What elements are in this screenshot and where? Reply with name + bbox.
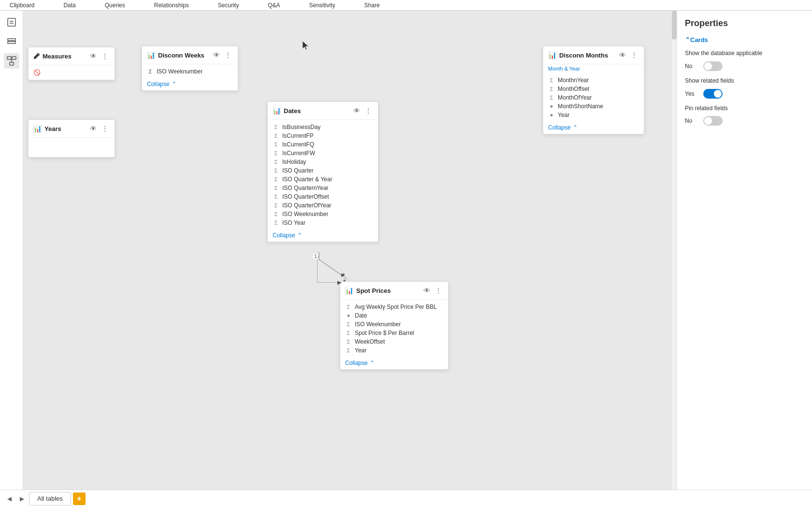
dates-field-label-2: IsCurrentFQ	[282, 141, 314, 148]
sidebar-icon-model[interactable]	[4, 53, 19, 69]
toolbar-security[interactable]: Security	[218, 2, 239, 9]
spot-prices-title: Spot Prices	[356, 287, 391, 294]
table-disconn-weeks: 📊 Disconn Weeks 👁 ⋮ Σ ISO Weeknumber Col…	[142, 46, 238, 91]
measures-visibility-btn[interactable]: 👁	[88, 51, 98, 61]
dates-field-6: Σ ISO Quarter & Year	[273, 175, 373, 184]
dates-more-btn[interactable]: ⋮	[363, 106, 373, 116]
disconn-weeks-field-isoweek: Σ ISO Weeknumber	[147, 67, 233, 76]
dates-field-icon-9: Σ	[273, 202, 279, 209]
months-field-icon-1: Σ	[548, 86, 555, 92]
show-related-toggle-track[interactable]	[703, 89, 723, 99]
years-visibility-btn[interactable]: 👁	[88, 124, 98, 133]
canvas-scrollbar-thumb[interactable]	[672, 11, 677, 40]
table-measures: 🖉 Measures 👁 ⋮ 🚫	[28, 47, 115, 80]
isoweek-icon: Σ	[147, 68, 154, 75]
disconn-months-collapse-btn[interactable]: Collapse ⌃	[543, 122, 644, 134]
toolbar-share[interactable]: Share	[364, 2, 380, 9]
dates-field-icon-3: Σ	[273, 150, 279, 157]
relation-arrow: ▶	[337, 279, 341, 286]
toolbar-sensitivity[interactable]: Sensitivity	[309, 2, 335, 9]
months-field-2: Σ MonthOfYear	[548, 93, 639, 102]
toolbar-data[interactable]: Data	[63, 2, 75, 9]
disconn-months-more-btn[interactable]: ⋮	[629, 50, 639, 60]
months-field-icon-3: ■	[548, 103, 555, 110]
dates-field-icon-5: Σ	[273, 167, 279, 174]
dates-field-label-1: IsCurrentFP	[282, 132, 314, 139]
spot-prices-visibility-btn[interactable]: 👁	[422, 286, 432, 295]
tab-next-btn[interactable]: ▶	[16, 493, 27, 504]
dates-field-icon-4: Σ	[273, 159, 279, 165]
show-related-toggle: Yes	[685, 89, 804, 99]
spot-field-0: Σ Avg Weekly Spot Price Per BBL	[345, 303, 443, 311]
disconn-months-title: Disconn Months	[559, 52, 608, 59]
show-database-toggle-label: No	[685, 63, 699, 70]
relation-label-1: 1	[313, 253, 318, 259]
dates-visibility-btn[interactable]: 👁	[352, 106, 362, 116]
svg-rect-4	[8, 42, 15, 43]
dates-field-label-11: ISO Year	[282, 219, 305, 226]
dates-field-icon-0: Σ	[273, 124, 279, 130]
disconn-weeks-visibility-btn[interactable]: 👁	[212, 50, 221, 60]
toolbar-qa[interactable]: Q&A	[268, 2, 280, 9]
disconn-weeks-table-icon: 📊	[147, 51, 155, 59]
toolbar: Clipboard Data Queries Relationships Sec…	[0, 0, 812, 11]
properties-panel: Properties ⌃ Cards Show the database app…	[677, 11, 812, 490]
spot-field-icon-1: ■	[345, 312, 352, 319]
cards-section-header[interactable]: ⌃ Cards	[685, 36, 804, 43]
sidebar-icon-data[interactable]	[4, 34, 19, 49]
pin-related-toggle-thumb	[704, 117, 712, 125]
tab-add-btn[interactable]: +	[73, 493, 86, 505]
svg-rect-0	[8, 18, 15, 26]
spot-prices-more-btn[interactable]: ⋮	[434, 286, 443, 295]
tab-all-tables[interactable]: All tables	[29, 492, 71, 506]
disconn-weeks-chevron-up-icon: ⌃	[172, 81, 176, 87]
pin-related-toggle-track[interactable]	[703, 116, 723, 126]
svg-rect-5	[7, 57, 11, 59]
table-dates: 📊 Dates 👁 ⋮ Σ IsBusinessDay Σ IsCurrentF…	[267, 101, 378, 242]
months-field-label-0: MonthnYear	[558, 77, 589, 84]
canvas-scrollbar[interactable]	[672, 11, 677, 490]
spot-field-icon-2: Σ	[345, 321, 352, 328]
dates-field-label-7: ISO QuarternYear	[282, 185, 329, 191]
dates-field-icon-6: Σ	[273, 176, 279, 183]
spot-prices-collapse-btn[interactable]: Collapse ⌃	[340, 358, 448, 369]
spot-field-icon-5: Σ	[345, 347, 352, 354]
dates-field-label-10: ISO Weeknumber	[282, 211, 328, 217]
show-database-toggle-thumb	[704, 62, 712, 70]
disconn-weeks-collapse-btn[interactable]: Collapse ⌃	[142, 79, 238, 90]
dates-field-icon-8: Σ	[273, 193, 279, 200]
months-field-0: Σ MonthnYear	[548, 76, 639, 85]
disconn-months-visibility-btn[interactable]: 👁	[618, 50, 627, 60]
show-database-toggle: No	[685, 61, 804, 71]
disconn-weeks-title: Disconn Weeks	[158, 52, 204, 59]
tab-prev-btn[interactable]: ◀	[4, 493, 14, 504]
spot-prices-chevron-up-icon: ⌃	[370, 360, 375, 366]
dates-field-label-0: IsBusinessDay	[282, 124, 320, 130]
dates-field-label-6: ISO Quarter & Year	[282, 176, 332, 183]
months-field-icon-4: ■	[548, 112, 555, 118]
dates-field-icon-2: Σ	[273, 141, 279, 148]
cards-chevron-icon: ⌃	[685, 36, 690, 43]
disconn-weeks-more-btn[interactable]: ⋮	[223, 50, 233, 60]
pin-related-toggle: No	[685, 116, 804, 126]
toolbar-relationships[interactable]: Relationships	[154, 2, 189, 9]
years-more-btn[interactable]: ⋮	[100, 124, 110, 133]
sidebar-icon-report[interactable]	[4, 14, 19, 30]
months-field-1: Σ MonthOffset	[548, 85, 639, 93]
properties-title: Properties	[685, 18, 804, 29]
cursor	[303, 41, 308, 51]
toolbar-clipboard[interactable]: Clipboard	[10, 2, 34, 9]
dates-field-7: Σ ISO QuarternYear	[273, 184, 373, 192]
toolbar-queries[interactable]: Queries	[105, 2, 125, 9]
disconn-months-collapse-label: Collapse	[548, 124, 571, 131]
measures-icon: 🖉	[33, 53, 40, 60]
show-database-toggle-track[interactable]	[703, 61, 723, 71]
dates-table-icon: 📊	[273, 107, 281, 115]
spot-field-5: Σ Year	[345, 346, 443, 355]
bottom-bar: ◀ ▶ All tables +	[0, 490, 812, 507]
spot-field-label-5: Year	[355, 347, 366, 354]
dates-collapse-btn[interactable]: Collapse ⌃	[268, 230, 378, 242]
months-field-label-2: MonthOfYear	[558, 94, 592, 101]
dates-field-2: Σ IsCurrentFQ	[273, 140, 373, 149]
measures-more-btn[interactable]: ⋮	[100, 51, 110, 61]
